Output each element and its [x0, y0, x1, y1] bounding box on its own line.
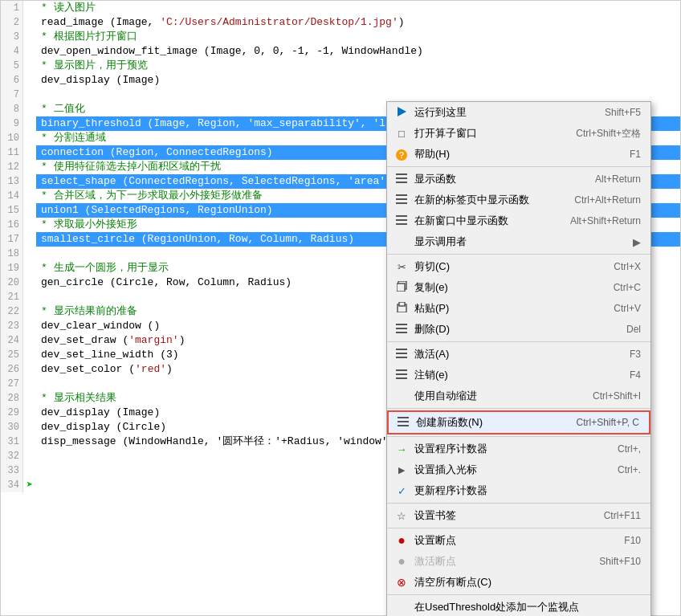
menu-label-cut: 剪切(C): [414, 259, 597, 274]
menu-item-activate-bp[interactable]: ● 激活断点 Shift+F10: [387, 551, 650, 572]
comment-span: * 显示结果前的准备: [41, 305, 137, 317]
clear-bp-icon: ⊗: [394, 576, 410, 589]
menu-shortcut-new-function: Ctrl+Shift+P, C: [577, 417, 639, 428]
paste-icon: [394, 302, 410, 315]
menu-item-update-pc[interactable]: ✓ 更新程序计数器: [387, 480, 650, 501]
comment-span: * 显示图片，用于预览: [41, 59, 148, 71]
menu-label-add-watch: 在UsedThreshold处添加一个监视点: [414, 600, 641, 614]
line-number-2: 2: [1, 15, 23, 30]
svg-rect-8: [396, 219, 407, 221]
menu-label-new-function: 创建新函数(N): [416, 415, 561, 430]
menu-item-new-function[interactable]: 创建新函数(N) Ctrl+Shift+P, C: [387, 410, 650, 434]
menu-shortcut-auto-indent: Ctrl+Shift+I: [593, 390, 641, 402]
activate-bp-icon: ●: [394, 555, 410, 568]
code-line-1: 1 * 读入图片: [1, 1, 680, 15]
copy-icon: [394, 281, 410, 294]
svg-rect-11: [397, 284, 405, 292]
menu-label-paste: 粘贴(P): [414, 301, 597, 316]
line-number-33: 33: [1, 463, 23, 478]
line-number-16: 16: [1, 218, 23, 232]
menu-label-auto-indent: 使用自动缩进: [414, 389, 577, 403]
line-number-20: 20: [1, 275, 23, 290]
svg-rect-21: [396, 373, 407, 375]
context-menu: 运行到这里 Shift+F5 □ 打开算子窗口 Ctrl+Shift+空格 ? …: [386, 101, 651, 616]
svg-rect-24: [398, 421, 409, 422]
editor-container: 1 * 读入图片 2 read_image (Image, 'C:/Users/…: [0, 0, 681, 616]
svg-rect-20: [396, 369, 407, 371]
update-pc-icon: ✓: [394, 485, 410, 497]
menu-item-show-win[interactable]: 在新窗口中显示函数 Alt+Shift+Return: [387, 210, 650, 231]
svg-rect-25: [398, 425, 409, 426]
line-content-6: dev_display (Image): [36, 73, 680, 88]
line-number-17: 17: [1, 232, 23, 247]
line-content-4: dev_open_window_fit_image (Image, 0, 0, …: [36, 44, 680, 59]
svg-rect-6: [396, 202, 407, 204]
line-content-2: read_image (Image, 'C:/Users/Administrat…: [36, 15, 680, 30]
menu-item-activate[interactable]: 激活(A) F3: [387, 344, 650, 365]
menu-item-show-callers[interactable]: 显示调用者 ▶: [387, 231, 650, 252]
menu-item-set-pc[interactable]: → 设置程序计数器 Ctrl+,: [387, 439, 650, 459]
menu-label-comment: 注销(e): [414, 368, 614, 382]
menu-separator-2: [387, 254, 650, 255]
svg-rect-9: [396, 223, 407, 225]
line-number-6: 6: [1, 73, 23, 88]
line-number-1: 1: [1, 1, 23, 15]
menu-item-open-sub[interactable]: □ 打开算子窗口 Ctrl+Shift+空格: [387, 123, 650, 144]
svg-rect-15: [396, 328, 407, 329]
line-number-3: 3: [1, 30, 23, 44]
menu-item-run-here[interactable]: 运行到这里 Shift+F5: [387, 102, 650, 123]
set-cursor-icon: ▶: [394, 465, 410, 475]
svg-rect-14: [396, 324, 407, 325]
menu-shortcut-set-pc: Ctrl+,: [618, 443, 641, 455]
comment-span: * 显示相关结果: [41, 392, 116, 404]
line-number-26: 26: [1, 362, 23, 377]
menu-item-copy[interactable]: 复制(e) Ctrl+C: [387, 277, 650, 298]
menu-item-paste[interactable]: 粘贴(P) Ctrl+V: [387, 298, 650, 319]
line-content-5: * 显示图片，用于预览: [36, 59, 680, 73]
show-tab-icon: [394, 194, 410, 206]
line-number-4: 4: [1, 44, 23, 59]
line-number-12: 12: [1, 160, 23, 174]
menu-label-show-tab: 在新的标签页中显示函数: [414, 193, 558, 207]
line-content-1: * 读入图片: [36, 1, 680, 15]
svg-marker-0: [398, 107, 406, 116]
menu-item-show-tab[interactable]: 在新的标签页中显示函数 Ctrl+Alt+Return: [387, 190, 650, 210]
menu-shortcut-help: F1: [630, 149, 641, 160]
menu-label-delete: 删除(D): [414, 322, 610, 337]
show-win-icon: [394, 215, 410, 227]
menu-label-open-sub: 打开算子窗口: [414, 126, 560, 141]
menu-separator-7: [387, 528, 650, 528]
svg-rect-22: [396, 377, 407, 379]
menu-separator-8: [387, 594, 650, 595]
menu-item-comment[interactable]: 注销(e) F4: [387, 365, 650, 386]
line-number-30: 30: [1, 420, 23, 434]
comment-span: * 二值化: [41, 103, 85, 115]
menu-separator-5: [387, 436, 650, 437]
menu-item-add-watch[interactable]: 在UsedThreshold处添加一个监视点: [387, 597, 650, 616]
line-number-27: 27: [1, 377, 23, 391]
comment-span: * 合并区域，为下一步求取最小外接矩形做准备: [41, 190, 263, 202]
activate-icon: [394, 349, 410, 361]
comment-span: * 求取最小外接矩形: [41, 218, 137, 230]
menu-item-set-bookmark[interactable]: ☆ 设置书签 Ctrl+F11: [387, 505, 650, 526]
menu-item-set-bp[interactable]: ● 设置断点 F10: [387, 530, 650, 551]
menu-item-show-func[interactable]: 显示函数 Alt+Return: [387, 169, 650, 190]
menu-shortcut-activate: F3: [630, 349, 641, 360]
menu-item-clear-bp[interactable]: ⊗ 清空所有断点(C): [387, 572, 650, 593]
line-number-11: 11: [1, 145, 23, 160]
line-number-5: 5: [1, 59, 23, 73]
svg-rect-5: [396, 198, 407, 200]
line-number-8: 8: [1, 102, 23, 116]
set-pc-icon: →: [394, 443, 410, 455]
menu-item-help[interactable]: ? 帮助(H) F1: [387, 144, 650, 165]
menu-item-auto-indent[interactable]: 使用自动缩进 Ctrl+Shift+I: [387, 386, 650, 406]
code-line-3: 3 * 根据图片打开窗口: [1, 30, 680, 44]
menu-item-cut[interactable]: ✂ 剪切(C) Ctrl+X: [387, 256, 650, 277]
menu-label-activate-bp: 激活断点: [414, 554, 583, 569]
menu-item-delete[interactable]: 删除(D) Del: [387, 319, 650, 340]
line-number-10: 10: [1, 131, 23, 145]
str-span: 'C:/Users/Administrator/Desktop/1.jpg': [160, 16, 398, 28]
menu-item-set-cursor[interactable]: ▶ 设置插入光标 Ctrl+.: [387, 459, 650, 480]
menu-label-set-pc: 设置程序计数器: [414, 442, 601, 456]
str-span: 'red': [135, 363, 166, 375]
